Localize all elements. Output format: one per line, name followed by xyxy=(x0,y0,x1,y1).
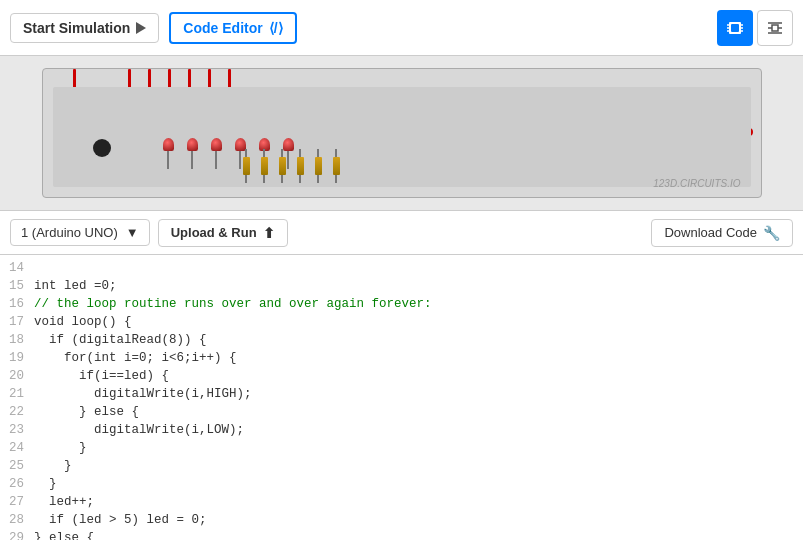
components-icon xyxy=(765,18,785,38)
breadboard-area: 123D.CIRCUITS.IO xyxy=(0,56,803,211)
line-number: 20 xyxy=(0,367,34,385)
code-line: 27 led++; xyxy=(0,493,803,511)
line-content: // the loop routine runs over and over a… xyxy=(34,295,803,313)
code-line: 14 xyxy=(0,259,803,277)
code-line: 23 digitalWrite(i,LOW); xyxy=(0,421,803,439)
code-line: 20 if(i==led) { xyxy=(0,367,803,385)
code-editor-label: Code Editor xyxy=(183,20,262,36)
code-editor-bar: 1 (Arduino UNO) ▼ Upload & Run ⬆ Downloa… xyxy=(0,211,803,255)
line-content: } xyxy=(34,457,803,475)
code-editor-area: 1415int led =0;16// the loop routine run… xyxy=(0,255,803,540)
line-number: 24 xyxy=(0,439,34,457)
line-content: if(i==led) { xyxy=(34,367,803,385)
line-number: 25 xyxy=(0,457,34,475)
code-line: 17void loop() { xyxy=(0,313,803,331)
chevron-down-icon: ▼ xyxy=(126,225,139,240)
resistor-3 xyxy=(279,149,286,183)
code-editor-button[interactable]: Code Editor ⟨/⟩ xyxy=(169,12,296,44)
line-number: 16 xyxy=(0,295,34,313)
resistor-1 xyxy=(243,149,250,183)
code-line: 25 } xyxy=(0,457,803,475)
line-content: if (digitalRead(8)) { xyxy=(34,331,803,349)
code-line: 28 if (led > 5) led = 0; xyxy=(0,511,803,529)
line-number: 27 xyxy=(0,493,34,511)
code-line: 16// the loop routine runs over and over… xyxy=(0,295,803,313)
upload-icon: ⬆ xyxy=(263,225,275,241)
upload-run-button[interactable]: Upload & Run ⬆ xyxy=(158,219,288,247)
components-view-button[interactable] xyxy=(757,10,793,46)
chip-icon xyxy=(725,18,745,38)
led-2 xyxy=(187,138,198,169)
toolbar: Start Simulation Code Editor ⟨/⟩ xyxy=(0,0,803,56)
line-number: 17 xyxy=(0,313,34,331)
line-content: } xyxy=(34,475,803,493)
code-line: 21 digitalWrite(i,HIGH); xyxy=(0,385,803,403)
line-content: int led =0; xyxy=(34,277,803,295)
line-number: 29 xyxy=(0,529,34,540)
code-line: 26 } xyxy=(0,475,803,493)
start-simulation-button[interactable]: Start Simulation xyxy=(10,13,159,43)
line-content xyxy=(34,259,803,277)
code-line: 22 } else { xyxy=(0,403,803,421)
button-component xyxy=(93,139,111,157)
line-number: 28 xyxy=(0,511,34,529)
play-icon xyxy=(136,22,146,34)
code-brackets-icon: ⟨/⟩ xyxy=(269,20,283,36)
breadboard: 123D.CIRCUITS.IO xyxy=(42,68,762,198)
line-number: 15 xyxy=(0,277,34,295)
line-number: 19 xyxy=(0,349,34,367)
line-number: 21 xyxy=(0,385,34,403)
code-line: 24 } xyxy=(0,439,803,457)
code-line: 29} else { xyxy=(0,529,803,540)
line-content: if (led > 5) led = 0; xyxy=(34,511,803,529)
download-code-button[interactable]: Download Code 🔧 xyxy=(651,219,793,247)
resistor-2 xyxy=(261,149,268,183)
simulation-label: Start Simulation xyxy=(23,20,130,36)
code-line: 15int led =0; xyxy=(0,277,803,295)
code-line: 18 if (digitalRead(8)) { xyxy=(0,331,803,349)
led-1 xyxy=(163,138,174,169)
resistor-6 xyxy=(333,149,340,183)
line-content: } xyxy=(34,439,803,457)
upload-run-label: Upload & Run xyxy=(171,225,257,240)
watermark: 123D.CIRCUITS.IO xyxy=(653,178,740,189)
arduino-selector[interactable]: 1 (Arduino UNO) ▼ xyxy=(10,219,150,246)
download-code-label: Download Code xyxy=(664,225,757,240)
svg-rect-9 xyxy=(772,25,778,31)
line-content: void loop() { xyxy=(34,313,803,331)
line-number: 26 xyxy=(0,475,34,493)
line-content: digitalWrite(i,HIGH); xyxy=(34,385,803,403)
line-content: led++; xyxy=(34,493,803,511)
download-icon: 🔧 xyxy=(763,225,780,241)
line-number: 14 xyxy=(0,259,34,277)
circuit-view-button[interactable] xyxy=(717,10,753,46)
svg-rect-1 xyxy=(731,24,739,32)
led-3 xyxy=(211,138,222,169)
resistor-5 xyxy=(315,149,322,183)
line-number: 23 xyxy=(0,421,34,439)
line-content: } else { xyxy=(34,403,803,421)
line-content: for(int i=0; i<6;i++) { xyxy=(34,349,803,367)
line-number: 18 xyxy=(0,331,34,349)
line-number: 22 xyxy=(0,403,34,421)
arduino-label: 1 (Arduino UNO) xyxy=(21,225,118,240)
resistor-4 xyxy=(297,149,304,183)
line-content: digitalWrite(i,LOW); xyxy=(34,421,803,439)
line-content: } else { xyxy=(34,529,803,540)
code-line: 19 for(int i=0; i<6;i++) { xyxy=(0,349,803,367)
toolbar-right-icons xyxy=(717,10,793,46)
